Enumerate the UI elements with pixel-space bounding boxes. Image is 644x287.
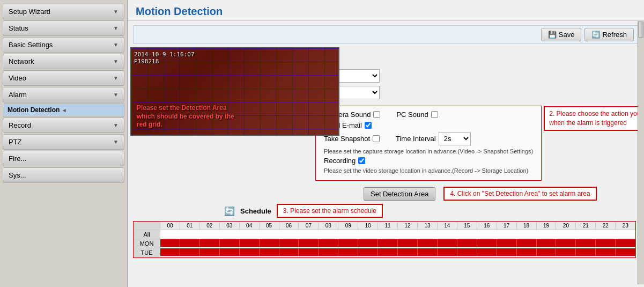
schedule-cell[interactable]: [438, 230, 457, 238]
save-button[interactable]: 💾 Save: [541, 28, 582, 41]
schedule-cell[interactable]: [260, 248, 279, 256]
schedule-cell[interactable]: [180, 239, 200, 247]
sidebar-item-video[interactable]: Video ▼: [3, 70, 124, 86]
sidebar-item-basic-settings[interactable]: Basic Settings ▼: [3, 37, 124, 53]
schedule-cell[interactable]: [517, 239, 537, 247]
schedule-cell[interactable]: [477, 239, 497, 247]
schedule-cell[interactable]: [200, 230, 220, 238]
schedule-cell[interactable]: [180, 230, 200, 238]
schedule-cell[interactable]: [160, 239, 180, 247]
schedule-cell[interactable]: [537, 248, 557, 256]
schedule-cell[interactable]: [200, 248, 220, 256]
schedule-cell[interactable]: [299, 230, 319, 238]
schedule-cell[interactable]: [556, 230, 576, 238]
schedule-cell[interactable]: [537, 230, 557, 238]
schedule-cell[interactable]: [438, 248, 457, 256]
schedule-cell[interactable]: [497, 239, 517, 247]
schedule-cell[interactable]: [477, 248, 497, 256]
schedule-cell[interactable]: [160, 248, 180, 256]
time-interval-select[interactable]: 2s 1s 5s 10s: [439, 132, 471, 145]
schedule-cell[interactable]: [457, 248, 477, 256]
sidebar-item-setup-wizard[interactable]: Setup Wizard ▼: [3, 4, 124, 19]
camera-sound-checkbox[interactable]: [373, 111, 380, 118]
sidebar-item-network[interactable]: Network ▼: [3, 54, 124, 69]
sidebar-item-status[interactable]: Status ▼: [3, 20, 124, 36]
sidebar-item-ptz[interactable]: PTZ ▼: [3, 134, 124, 150]
schedule-cell[interactable]: [398, 248, 418, 256]
schedule-cell[interactable]: [260, 239, 279, 247]
take-snapshot-checkbox[interactable]: [373, 135, 380, 142]
schedule-cell[interactable]: [576, 248, 596, 256]
schedule-hour-07: 07: [299, 222, 319, 230]
schedule-cell[interactable]: [497, 230, 517, 238]
schedule-cell[interactable]: [517, 248, 537, 256]
schedule-cell[interactable]: [180, 248, 200, 256]
schedule-cell[interactable]: [358, 248, 378, 256]
sidebar-item-fire[interactable]: Fire...: [3, 151, 124, 166]
schedule-day-mon: MON: [134, 239, 160, 248]
schedule-cell[interactable]: [616, 248, 635, 256]
schedule-cell[interactable]: [220, 239, 240, 247]
set-detection-area-button[interactable]: Set Detection Area: [364, 187, 435, 201]
recording-checkbox[interactable]: [358, 157, 365, 164]
scrollbar[interactable]: [638, 21, 644, 284]
schedule-cell[interactable]: [279, 239, 299, 247]
schedule-cell[interactable]: [596, 239, 616, 247]
schedule-cell[interactable]: [477, 230, 497, 238]
schedule-cell[interactable]: [160, 230, 180, 238]
schedule-cell[interactable]: [398, 230, 418, 238]
schedule-cell[interactable]: [497, 248, 517, 256]
schedule-cell[interactable]: [596, 230, 616, 238]
active-indicator: ◄: [62, 107, 67, 113]
schedule-cell[interactable]: [418, 239, 438, 247]
sidebar-item-record[interactable]: Record ▼: [3, 117, 124, 133]
schedule-cell[interactable]: [279, 248, 299, 256]
schedule-cell[interactable]: [338, 239, 358, 247]
schedule-cell[interactable]: [616, 239, 635, 247]
schedule-cell[interactable]: [378, 248, 398, 256]
schedule-cell[interactable]: [260, 230, 279, 238]
schedule-cell[interactable]: [517, 230, 537, 238]
schedule-cell[interactable]: [576, 230, 596, 238]
schedule-cell[interactable]: [457, 230, 477, 238]
schedule-cell[interactable]: [358, 230, 378, 238]
schedule-row-all: All: [134, 230, 635, 239]
schedule-cell[interactable]: [299, 248, 319, 256]
schedule-cell[interactable]: [537, 239, 557, 247]
schedule-cell[interactable]: [358, 239, 378, 247]
send-email-checkbox[interactable]: [365, 122, 372, 129]
sidebar-item-alarm[interactable]: Alarm ▼: [3, 87, 124, 102]
schedule-cell[interactable]: [319, 230, 338, 238]
schedule-cell[interactable]: [438, 239, 457, 247]
schedule-cell[interactable]: [279, 230, 299, 238]
schedule-cell[interactable]: [378, 239, 398, 247]
schedule-cell[interactable]: [240, 230, 260, 238]
refresh-button[interactable]: 🔄 Refresh: [584, 28, 634, 41]
schedule-cell[interactable]: [378, 230, 398, 238]
schedule-cell[interactable]: [319, 239, 338, 247]
sidebar-item-sys[interactable]: Sys...: [3, 167, 124, 183]
schedule-cell[interactable]: [240, 239, 260, 247]
schedule-cell[interactable]: [220, 230, 240, 238]
schedule-cell[interactable]: [556, 248, 576, 256]
schedule-cell[interactable]: [220, 248, 240, 256]
schedule-cell[interactable]: [556, 239, 576, 247]
schedule-hint: 3. Please set the alarm schedule: [277, 204, 383, 218]
schedule-cell[interactable]: [457, 239, 477, 247]
sidebar-sub-motion-detection[interactable]: Motion Detection ◄: [3, 104, 124, 116]
schedule-cell[interactable]: [338, 230, 358, 238]
schedule-cell[interactable]: [319, 248, 338, 256]
schedule-cell[interactable]: [596, 248, 616, 256]
schedule-cell[interactable]: [418, 230, 438, 238]
schedule-cell[interactable]: [398, 239, 418, 247]
schedule-cell[interactable]: [338, 248, 358, 256]
schedule-cell[interactable]: [240, 248, 260, 256]
snapshot-note: Please set the capture storage location …: [324, 148, 533, 154]
pc-sound-checkbox[interactable]: [431, 111, 438, 118]
schedule-cell[interactable]: [418, 248, 438, 256]
schedule-cell[interactable]: [299, 239, 319, 247]
schedule-cell[interactable]: [576, 239, 596, 247]
schedule-cell[interactable]: [200, 239, 220, 247]
scrollbar-thumb[interactable]: [638, 21, 643, 38]
schedule-cell[interactable]: [616, 230, 635, 238]
